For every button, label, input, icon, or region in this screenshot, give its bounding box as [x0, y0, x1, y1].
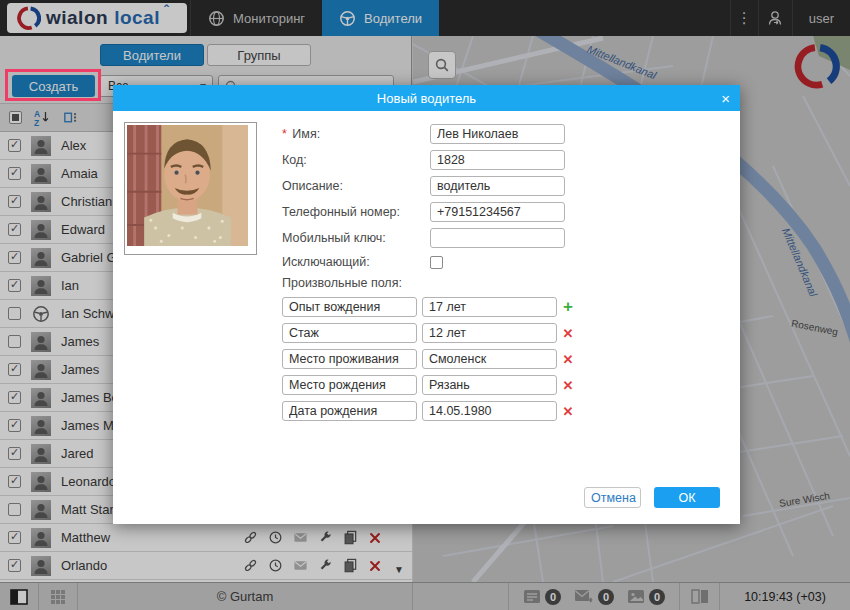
field-input[interactable]	[430, 150, 565, 170]
driver-checkbox[interactable]	[8, 167, 21, 180]
logout-user-icon[interactable]	[758, 0, 792, 36]
panel-tab-groups[interactable]: Группы	[207, 44, 311, 66]
custom-field-name-input[interactable]	[282, 323, 417, 343]
driver-photo[interactable]	[124, 122, 257, 255]
driver-checkbox[interactable]	[8, 251, 21, 264]
driver-checkbox[interactable]	[8, 307, 21, 320]
worktime-icon[interactable]	[268, 558, 283, 573]
remove-field-icon[interactable]: ✕	[563, 404, 574, 419]
custom-field-action: + ✕	[557, 324, 579, 342]
driver-checkbox[interactable]	[8, 475, 21, 488]
svg-text:Z: Z	[34, 118, 39, 127]
wialon-local-app: wialonlocalˆ Мониторинг Водители	[0, 0, 850, 610]
custom-field-value-input[interactable]	[422, 297, 557, 317]
remove-field-icon[interactable]: ✕	[563, 352, 574, 367]
delete-icon[interactable]	[368, 559, 382, 573]
copy-icon[interactable]	[343, 558, 358, 573]
driver-row[interactable]: Matthew	[0, 524, 412, 552]
sms-icon[interactable]	[293, 558, 308, 573]
worktime-icon[interactable]	[268, 530, 283, 545]
field-input[interactable]	[430, 228, 565, 248]
custom-field-value-input[interactable]	[422, 375, 557, 395]
driver-checkbox[interactable]	[8, 335, 21, 348]
driver-avatar	[31, 556, 51, 576]
driver-checkbox[interactable]	[8, 195, 21, 208]
field-input[interactable]	[430, 202, 565, 222]
driver-avatar	[31, 248, 51, 268]
driver-checkbox[interactable]	[8, 363, 21, 376]
driver-name: Jared	[61, 446, 94, 461]
exclusive-row: Исключающий:	[282, 254, 579, 270]
driver-checkbox[interactable]	[8, 139, 21, 152]
driver-avatar	[31, 528, 51, 548]
field-input[interactable]	[430, 176, 565, 196]
driver-checkbox[interactable]	[8, 447, 21, 460]
ok-button[interactable]: ОК	[654, 487, 720, 508]
driver-checkbox[interactable]	[8, 531, 21, 544]
cancel-button[interactable]: Отмена	[584, 487, 641, 508]
remove-field-icon[interactable]: ✕	[563, 378, 574, 393]
field-row: * Имя:	[282, 124, 579, 144]
exclusive-checkbox[interactable]	[430, 256, 443, 269]
menu-kebab-icon[interactable]: ⋮	[730, 0, 758, 36]
link-icon[interactable]	[243, 530, 258, 545]
layout-icon[interactable]	[680, 583, 720, 610]
media-icon	[627, 589, 645, 604]
custom-field-name-input[interactable]	[282, 401, 417, 421]
panel-tab-drivers[interactable]: Водители	[100, 44, 204, 66]
user-label[interactable]: user	[792, 0, 850, 36]
media-counter[interactable]: 0	[627, 589, 665, 605]
driver-avatar	[31, 220, 51, 240]
custom-fields: + ✕ + ✕ + ✕ + ✕ + ✕	[282, 297, 579, 421]
select-all-checkbox[interactable]	[9, 111, 22, 124]
properties-icon[interactable]	[318, 558, 333, 573]
driver-checkbox[interactable]	[8, 419, 21, 432]
custom-field-value-input[interactable]	[422, 349, 557, 369]
field-input[interactable]	[430, 124, 565, 144]
driver-name: Ian	[61, 278, 79, 293]
sort-az-icon[interactable]: A Z	[33, 109, 51, 127]
create-button[interactable]: Создать	[12, 75, 95, 97]
notifications-counter[interactable]: 0	[523, 589, 561, 605]
grid-icon[interactable]	[39, 583, 78, 610]
globe-icon	[208, 10, 225, 27]
scroll-down-icon[interactable]: ▼	[394, 564, 404, 575]
custom-field-value-input[interactable]	[422, 323, 557, 343]
custom-fields-label: Произвольные поля:	[282, 276, 579, 290]
messages-counter[interactable]: 0	[574, 589, 614, 605]
driver-photo-thumb	[31, 388, 51, 408]
panel-toggle-icon[interactable]	[0, 583, 39, 610]
driver-checkbox[interactable]	[8, 279, 21, 292]
dialog-title: Новый водитель	[377, 91, 476, 106]
link-icon[interactable]	[243, 558, 258, 573]
driver-avatar	[31, 388, 51, 408]
add-field-icon[interactable]: +	[563, 297, 573, 316]
remove-field-icon[interactable]: ✕	[563, 326, 574, 341]
driver-photo-thumb	[31, 192, 51, 212]
logo-arrow-icon: ˆ	[164, 3, 169, 19]
custom-field-name-input[interactable]	[282, 297, 417, 317]
field-row: * Мобильный ключ:	[282, 228, 579, 248]
new-driver-dialog: Новый водитель ×	[113, 85, 740, 524]
driver-row[interactable]: Orlando	[0, 552, 412, 580]
map-search-button[interactable]	[428, 51, 456, 79]
driver-checkbox[interactable]	[8, 503, 21, 516]
driver-checkbox[interactable]	[8, 223, 21, 236]
wialon-swirl-icon	[17, 6, 41, 30]
driver-avatar	[31, 304, 51, 324]
custom-field-name-input[interactable]	[282, 349, 417, 369]
custom-field-value-input[interactable]	[422, 401, 557, 421]
customize-list-icon[interactable]	[62, 109, 79, 126]
copy-icon[interactable]	[343, 530, 358, 545]
properties-icon[interactable]	[318, 530, 333, 545]
field-label: * Телефонный номер:	[282, 205, 430, 219]
driver-checkbox[interactable]	[8, 391, 21, 404]
tab-drivers[interactable]: Водители	[322, 0, 439, 36]
delete-icon[interactable]	[368, 531, 382, 545]
driver-checkbox[interactable]	[8, 559, 21, 572]
sms-icon[interactable]	[293, 530, 308, 545]
custom-field-row: + ✕	[282, 323, 579, 343]
close-icon[interactable]: ×	[721, 85, 730, 111]
custom-field-name-input[interactable]	[282, 375, 417, 395]
tab-monitoring[interactable]: Мониторинг	[190, 0, 322, 36]
